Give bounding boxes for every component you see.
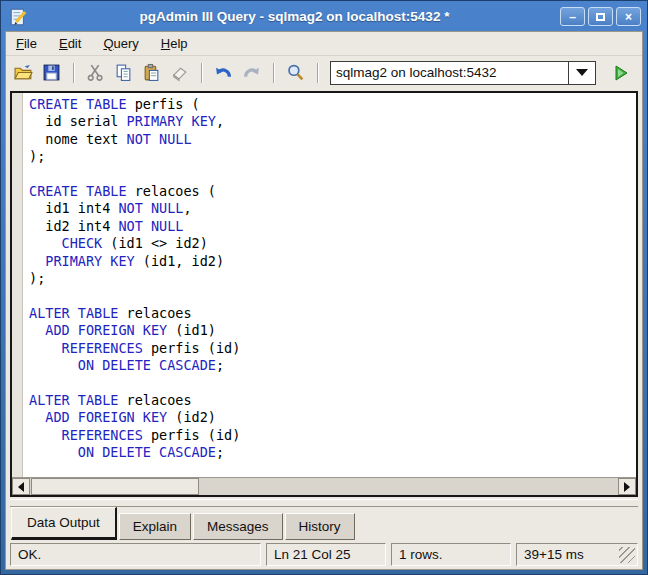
minimize-icon: –	[569, 9, 576, 25]
code-line: REFERENCES perfis (id)	[29, 340, 634, 357]
code-line: ON DELETE CASCADE;	[29, 444, 634, 461]
minimize-button[interactable]: –	[560, 7, 585, 26]
open-file-button[interactable]	[12, 61, 35, 84]
chevron-down-icon	[576, 69, 588, 76]
eraser-icon	[170, 63, 189, 82]
code-line: nome text NOT NULL	[29, 131, 634, 148]
undo-arrow-icon	[214, 63, 233, 82]
connection-value: sqlmag2 on localhost:5432	[331, 62, 568, 84]
find-button[interactable]	[284, 61, 307, 84]
arrow-right-icon	[624, 482, 630, 492]
copy-button[interactable]	[112, 61, 135, 84]
open-folder-icon	[14, 63, 33, 82]
status-message: OK.	[10, 543, 261, 566]
save-file-button[interactable]	[40, 61, 63, 84]
execute-query-button[interactable]	[609, 61, 632, 84]
menu-file[interactable]: File	[14, 34, 39, 53]
code-line: PRIMARY KEY (id1, id2)	[29, 253, 634, 270]
code-line: ADD FOREIGN KEY (id1)	[29, 322, 634, 339]
code-line	[29, 287, 634, 304]
resize-grip[interactable]	[619, 547, 635, 563]
connection-combobox[interactable]: sqlmag2 on localhost:5432	[330, 61, 596, 85]
code-line: id2 int4 NOT NULL	[29, 218, 634, 235]
scissors-icon	[86, 63, 105, 82]
code-line: REFERENCES perfis (id)	[29, 427, 634, 444]
paste-clipboard-icon	[142, 63, 161, 82]
code-line: );	[29, 148, 634, 165]
connection-dropdown-button[interactable]	[568, 62, 595, 84]
close-icon: ×	[625, 9, 632, 25]
close-button[interactable]: ×	[616, 7, 641, 26]
titlebar[interactable]: pgAdmin III Query - sqlmag2 on localhost…	[5, 4, 643, 31]
menu-help[interactable]: Help	[159, 34, 190, 53]
scroll-left-button[interactable]	[12, 478, 30, 495]
maximize-icon	[596, 13, 605, 21]
tab-messages[interactable]: Messages	[193, 513, 283, 540]
copy-icon	[114, 63, 133, 82]
code-line: CREATE TABLE perfis (	[29, 96, 634, 113]
query-time: 39+15 ms	[516, 543, 638, 566]
code-line: ALTER TABLE relacoes	[29, 392, 634, 409]
cursor-position: Ln 21 Col 25	[266, 543, 386, 566]
scrollbar-thumb[interactable]	[31, 478, 199, 495]
undo-button[interactable]	[212, 61, 235, 84]
code-line	[29, 166, 634, 183]
code-line: ON DELETE CASCADE;	[29, 357, 634, 374]
pgadmin-query-window: pgAdmin III Query - sqlmag2 on localhost…	[0, 0, 648, 575]
splitter-handle[interactable]	[10, 499, 638, 507]
menu-query[interactable]: Query	[101, 34, 140, 53]
toolbar: sqlmag2 on localhost:5432	[6, 56, 642, 89]
tab-history[interactable]: History	[285, 513, 355, 540]
menubar: FileEditQueryHelp	[6, 32, 642, 56]
code-line: id serial PRIMARY KEY,	[29, 113, 634, 130]
tab-data-output[interactable]: Data Output	[11, 507, 117, 540]
toolbar-separator	[201, 63, 202, 83]
paste-button[interactable]	[140, 61, 163, 84]
search-icon	[286, 63, 305, 82]
query-window-icon[interactable]	[9, 7, 29, 27]
code-line: ALTER TABLE relacoes	[29, 305, 634, 322]
code-line: CREATE TABLE relacoes (	[29, 183, 634, 200]
save-floppy-icon	[42, 63, 61, 82]
window-title: pgAdmin III Query - sqlmag2 on localhost…	[29, 9, 560, 24]
toolbar-separator	[317, 63, 318, 83]
cut-button[interactable]	[84, 61, 107, 84]
statusbar: OK.Ln 21 Col 251 rows.39+15 ms	[6, 540, 642, 569]
maximize-button[interactable]	[588, 7, 613, 26]
sql-code: CREATE TABLE perfis ( id serial PRIMARY …	[23, 93, 636, 477]
code-line: ADD FOREIGN KEY (id2)	[29, 409, 634, 426]
scroll-right-button[interactable]	[618, 478, 636, 495]
horizontal-scrollbar[interactable]	[12, 477, 636, 495]
code-line	[29, 374, 634, 391]
arrow-left-icon	[18, 482, 24, 492]
code-line: );	[29, 270, 634, 287]
toolbar-separator	[73, 63, 74, 83]
sql-editor[interactable]: CREATE TABLE perfis ( id serial PRIMARY …	[12, 93, 636, 477]
menu-edit[interactable]: Edit	[57, 34, 83, 53]
code-line: CHECK (id1 <> id2)	[29, 235, 634, 252]
redo-arrow-icon	[242, 63, 261, 82]
toolbar-separator	[273, 63, 274, 83]
tab-explain[interactable]: Explain	[119, 513, 191, 540]
code-line: id1 int4 NOT NULL,	[29, 200, 634, 217]
clear-window-button[interactable]	[168, 61, 191, 84]
sql-editor-frame: CREATE TABLE perfis ( id serial PRIMARY …	[10, 91, 638, 497]
output-tabs: Data OutputExplainMessagesHistory	[6, 507, 642, 540]
redo-button[interactable]	[240, 61, 263, 84]
editor-gutter	[12, 93, 23, 477]
play-icon	[612, 64, 630, 82]
rows-count: 1 rows.	[391, 543, 511, 566]
